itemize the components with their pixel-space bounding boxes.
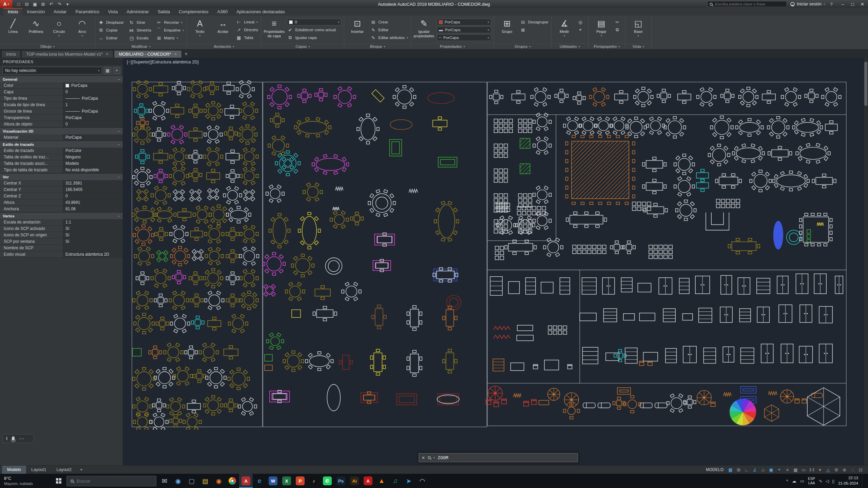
furniture-block[interactable] xyxy=(228,314,248,333)
furniture-block[interactable] xyxy=(567,365,572,369)
table-button[interactable]: ▦Tabla xyxy=(236,34,258,41)
furniture-block[interactable] xyxy=(699,308,712,322)
furniture-block[interactable] xyxy=(224,346,238,359)
furniture-block[interactable] xyxy=(738,278,750,294)
furniture-block[interactable] xyxy=(368,190,396,217)
quick-select-button[interactable]: ◎ xyxy=(577,19,585,25)
new-drawing-tab-button[interactable]: + xyxy=(182,50,190,58)
furniture-block[interactable] xyxy=(153,247,172,265)
furniture-block[interactable] xyxy=(133,167,152,187)
furniture-block[interactable] xyxy=(582,347,598,364)
furniture-block[interactable] xyxy=(315,286,330,299)
qat-icon-4[interactable]: ↶ xyxy=(47,0,55,8)
furniture-block[interactable] xyxy=(134,313,154,334)
furniture-block[interactable] xyxy=(268,85,292,109)
furniture-block[interactable] xyxy=(240,186,258,204)
furniture-block[interactable] xyxy=(372,305,386,329)
otrack-icon[interactable]: ⌖ xyxy=(775,466,783,473)
furniture-block[interactable] xyxy=(565,135,635,204)
furniture-block[interactable] xyxy=(133,186,152,205)
qat-icon-0[interactable]: □ xyxy=(15,0,22,8)
furniture-block[interactable] xyxy=(240,225,258,243)
layout-tab-layout2[interactable]: Layout2 xyxy=(51,466,76,474)
furniture-block[interactable] xyxy=(560,278,570,294)
furniture-block[interactable] xyxy=(539,401,549,405)
furniture-block[interactable] xyxy=(678,91,691,103)
prop-value[interactable]: Ninguno xyxy=(63,154,123,160)
furniture-block[interactable] xyxy=(240,167,258,185)
group-edit-button[interactable]: ⊠ xyxy=(520,26,548,33)
ungroup-button[interactable]: ⊟Desagrupar xyxy=(520,19,548,25)
qat-icon-1[interactable]: ⊟ xyxy=(23,0,31,8)
furniture-block[interactable] xyxy=(270,113,284,127)
grid-icon[interactable]: ▦ xyxy=(727,466,734,473)
command-input[interactable]: ZOOM xyxy=(438,455,448,460)
furniture-block[interactable] xyxy=(761,344,773,363)
furniture-block[interactable] xyxy=(275,151,301,176)
panel-label-modificar[interactable]: Modificar▾ xyxy=(95,43,187,49)
copy-button[interactable]: ⧉Copiar xyxy=(98,27,124,34)
furniture-block[interactable] xyxy=(655,403,667,408)
furniture-block[interactable] xyxy=(236,80,254,98)
annotation-visibility-icon[interactable]: △ xyxy=(824,466,832,473)
furniture-block[interactable] xyxy=(133,125,152,144)
furniture-block[interactable] xyxy=(171,104,184,118)
furniture-block[interactable] xyxy=(133,225,154,246)
furniture-block[interactable] xyxy=(193,206,211,223)
furniture-block[interactable] xyxy=(446,295,461,310)
furniture-block[interactable] xyxy=(648,361,652,366)
furniture-block[interactable] xyxy=(676,200,696,221)
furniture-block[interactable] xyxy=(666,348,677,363)
panel-label-propiedades[interactable]: Propiedades▾ xyxy=(411,43,494,49)
taskbar-app-vlc[interactable]: ▲ xyxy=(375,474,388,488)
layer-properties-button[interactable]: ≡Propiedades de capa xyxy=(264,17,284,43)
furniture-block[interactable] xyxy=(133,413,152,430)
command-search-icon[interactable] xyxy=(428,456,431,459)
prop-value[interactable]: 81.06 xyxy=(63,206,123,212)
furniture-block[interactable] xyxy=(225,105,239,119)
furniture-block[interactable] xyxy=(397,394,417,405)
furniture-block[interactable] xyxy=(313,306,337,321)
furniture-block[interactable] xyxy=(191,228,203,240)
taskbar-app-display[interactable]: ▢ xyxy=(185,474,198,488)
panel-label-grupo[interactable]: Grupos▾ xyxy=(494,43,551,49)
furniture-block[interactable] xyxy=(268,136,289,155)
section-header-general[interactable]: General− xyxy=(0,76,123,82)
prop-value[interactable]: 1:1 xyxy=(63,219,123,225)
furniture-block[interactable] xyxy=(488,386,502,400)
command-close-icon[interactable]: ✕ xyxy=(422,455,425,460)
furniture-block[interactable] xyxy=(207,169,220,183)
prop-value[interactable]: Sí xyxy=(63,226,123,232)
furniture-block[interactable] xyxy=(153,150,168,163)
stretch-button[interactable]: ↔Estirar xyxy=(98,35,124,41)
furniture-block[interactable] xyxy=(205,225,224,243)
furniture-block[interactable] xyxy=(573,245,606,254)
furniture-block[interactable] xyxy=(525,278,535,294)
furniture-block[interactable] xyxy=(291,254,314,277)
dimension-button[interactable]: ↔Acotar xyxy=(213,17,233,43)
panel-label-utilidades[interactable]: Utilidades▾ xyxy=(552,43,588,49)
furniture-block[interactable] xyxy=(204,147,223,166)
furniture-block[interactable] xyxy=(376,197,388,209)
furniture-block[interactable] xyxy=(163,343,183,362)
furniture-block[interactable] xyxy=(187,80,206,98)
furniture-block[interactable] xyxy=(170,186,188,204)
lineweight-dropdown[interactable]: ▬PorCapa▾ xyxy=(437,26,491,33)
furniture-block[interactable] xyxy=(226,150,239,163)
furniture-block[interactable] xyxy=(204,269,223,288)
furniture-block[interactable] xyxy=(598,403,610,408)
furniture-block[interactable] xyxy=(683,346,696,363)
furniture-block[interactable] xyxy=(741,348,754,364)
maximize-button[interactable]: □ xyxy=(848,0,857,8)
close-tab-icon[interactable]: ✕ xyxy=(106,52,109,56)
furniture-block[interactable] xyxy=(166,398,185,415)
furniture-block[interactable] xyxy=(170,246,190,266)
furniture-block[interactable] xyxy=(172,270,186,284)
qat-icon-2[interactable]: ▣ xyxy=(31,0,39,8)
furniture-block[interactable] xyxy=(185,346,197,359)
furniture-block[interactable] xyxy=(674,154,695,175)
furniture-block[interactable] xyxy=(265,354,272,361)
furniture-block[interactable] xyxy=(283,351,304,371)
taskbar-app-mail[interactable]: ✉ xyxy=(158,474,171,488)
furniture-block[interactable] xyxy=(623,395,641,413)
